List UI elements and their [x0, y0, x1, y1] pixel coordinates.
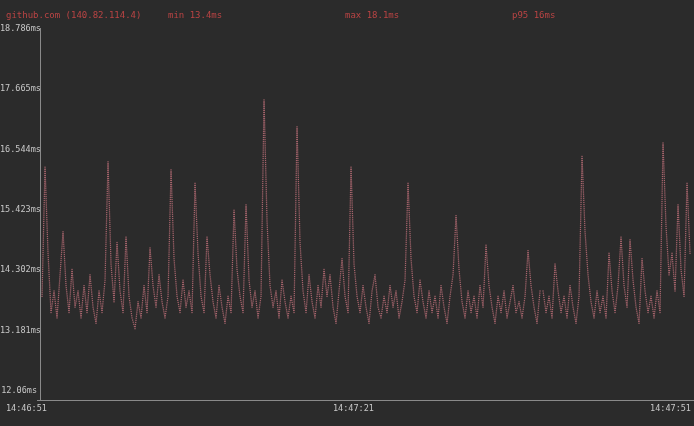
- stat-max: max 18.1ms: [345, 11, 399, 20]
- x-tick-end: 14:47:51: [650, 404, 691, 413]
- host-title: github.com (140.82.114.4): [6, 11, 141, 20]
- y-tick-label: 17.665ms: [0, 84, 37, 93]
- x-tick-middle: 14:47:21: [333, 404, 374, 413]
- gping-terminal: { "header": { "host": "github.com (140.8…: [0, 0, 694, 426]
- stat-p95: p95 16ms: [512, 11, 555, 20]
- y-tick-label: 12.06ms: [0, 386, 37, 395]
- y-tick-label: 15.423ms: [0, 205, 37, 214]
- y-tick-label: 14.302ms: [0, 265, 37, 274]
- x-tick-start: 14:46:51: [6, 404, 47, 413]
- y-tick-label: 18.786ms: [0, 24, 37, 33]
- latency-plot-canvas: [0, 0, 694, 426]
- y-tick-label: 16.544ms: [0, 144, 37, 153]
- x-axis-line: [37, 400, 694, 401]
- y-tick-label: 13.181ms: [0, 325, 37, 334]
- stat-min: min 13.4ms: [168, 11, 222, 20]
